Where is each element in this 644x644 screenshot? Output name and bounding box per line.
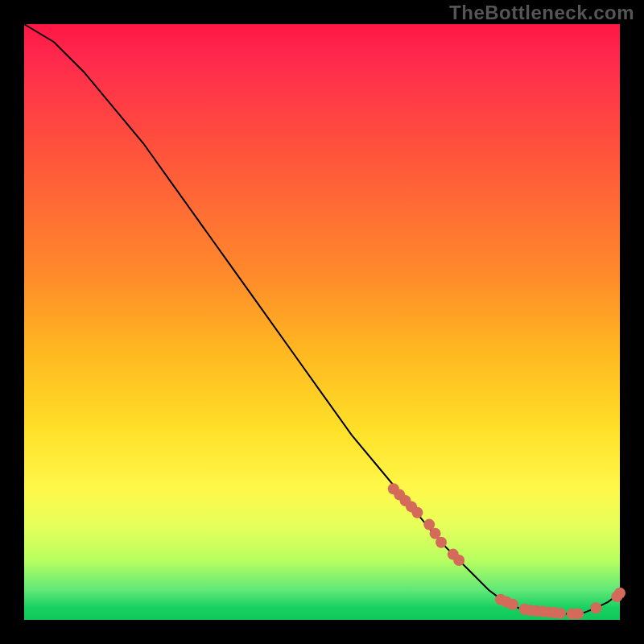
chart-frame: TheBottleneck.com — [0, 0, 644, 644]
data-marker — [507, 599, 518, 610]
chart-svg — [24, 24, 620, 620]
data-marker — [411, 507, 423, 518]
plot-area — [24, 24, 620, 620]
watermark-text: TheBottleneck.com — [449, 2, 634, 24]
data-marker — [614, 588, 625, 599]
curve-line — [24, 24, 620, 614]
data-marker — [590, 602, 601, 613]
data-marker — [555, 608, 566, 619]
data-marker — [572, 609, 584, 620]
markers-group — [388, 483, 625, 619]
data-marker — [436, 537, 447, 548]
data-marker — [453, 555, 464, 566]
